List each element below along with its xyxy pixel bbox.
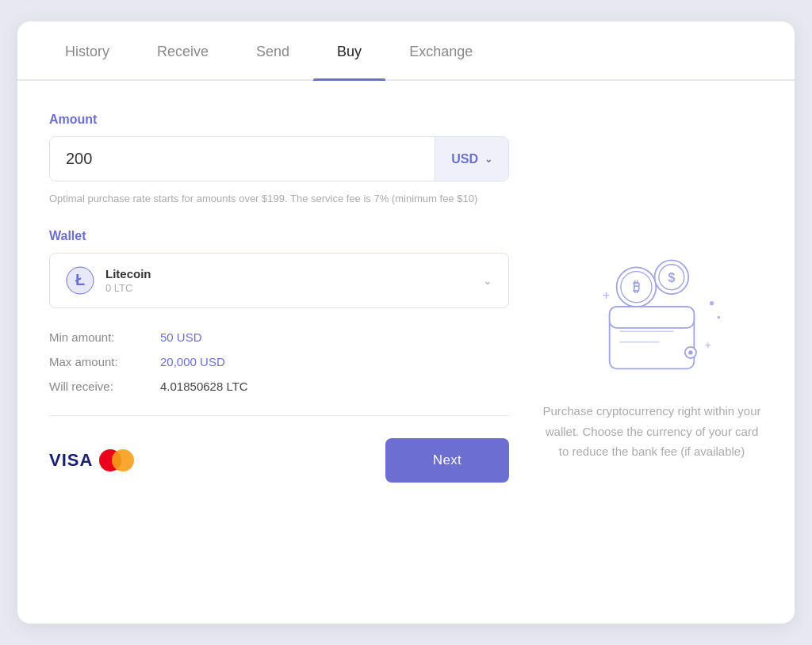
svg-point-4 — [718, 316, 721, 319]
wallet-chevron-icon: ⌄ — [483, 274, 492, 287]
amount-input-row: USD ⌄ — [49, 136, 509, 181]
max-amount-value: 20,000 USD — [160, 355, 225, 368]
svg-point-16 — [688, 350, 692, 354]
max-amount-label: Max amount: — [49, 355, 160, 368]
mastercard-logo — [99, 449, 134, 471]
will-receive-row: Will receive: 4.01850628 LTC — [49, 380, 509, 393]
visa-logo: VISA — [49, 450, 93, 471]
svg-point-3 — [710, 301, 714, 305]
svg-text:Ł: Ł — [75, 271, 85, 288]
chevron-down-icon: ⌄ — [485, 154, 492, 165]
currency-label: USD — [451, 152, 478, 166]
wallet-balance: 0 LTC — [105, 282, 151, 294]
tab-receive[interactable]: Receive — [133, 21, 232, 79]
main-content: Amount USD ⌄ Optimal purchase rate start… — [17, 81, 795, 624]
litecoin-icon: Ł — [66, 266, 94, 295]
min-amount-row: Min amount: 50 USD — [49, 330, 509, 344]
footer-actions: VISA Next — [49, 438, 509, 483]
will-receive-value: 4.01850628 LTC — [160, 380, 248, 393]
svg-text:$: $ — [668, 271, 675, 284]
wallet-coin-name: Litecoin — [105, 267, 151, 281]
svg-text:+: + — [603, 288, 610, 302]
amount-label: Amount — [49, 113, 509, 127]
tab-send[interactable]: Send — [232, 21, 313, 79]
details-grid: Min amount: 50 USD Max amount: 20,000 US… — [49, 330, 509, 393]
currency-selector[interactable]: USD ⌄ — [435, 137, 508, 181]
mc-orange-circle — [112, 449, 134, 471]
will-receive-label: Will receive: — [49, 380, 160, 393]
wallet-info: Ł Litecoin 0 LTC — [66, 266, 151, 295]
tab-history[interactable]: History — [41, 21, 133, 79]
wallet-illustration: + + ₿ $ — [580, 250, 723, 377]
wallet-details: Litecoin 0 LTC — [105, 267, 151, 294]
amount-input[interactable] — [50, 137, 435, 181]
tab-buy[interactable]: Buy — [313, 21, 385, 79]
svg-rect-14 — [610, 307, 695, 328]
payment-logos: VISA — [49, 449, 134, 471]
amount-hint: Optimal purchase rate starts for amounts… — [49, 191, 509, 207]
svg-text:+: + — [705, 339, 711, 352]
promo-text: Purchase cryptocurrency right within you… — [541, 401, 763, 462]
min-amount-value: 50 USD — [160, 330, 202, 344]
tab-navigation: History Receive Send Buy Exchange — [17, 21, 795, 81]
left-panel: Amount USD ⌄ Optimal purchase rate start… — [49, 113, 509, 600]
next-button[interactable]: Next — [385, 438, 509, 483]
svg-text:₿: ₿ — [633, 280, 640, 296]
divider — [49, 415, 509, 417]
right-panel: + + ₿ $ — [541, 113, 763, 600]
min-amount-label: Min amount: — [49, 330, 160, 344]
main-card: History Receive Send Buy Exchange Amount… — [17, 21, 795, 624]
max-amount-row: Max amount: 20,000 USD — [49, 355, 509, 368]
wallet-label: Wallet — [49, 229, 509, 243]
wallet-selector[interactable]: Ł Litecoin 0 LTC ⌄ — [49, 253, 509, 308]
tab-exchange[interactable]: Exchange — [385, 21, 496, 79]
